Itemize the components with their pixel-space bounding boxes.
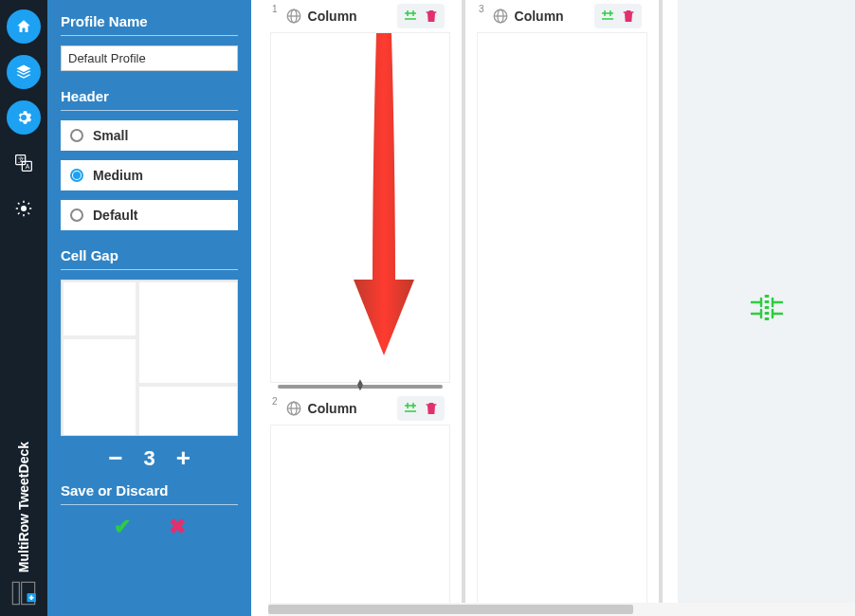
nav-translate[interactable]: 文A	[7, 146, 41, 180]
svg-text:文: 文	[18, 156, 25, 163]
radio-label: Medium	[93, 168, 143, 183]
split-icon	[402, 400, 419, 417]
cell-gap-preview	[61, 280, 238, 436]
svg-point-4	[21, 206, 27, 211]
workspace: 1 Column ▲▼	[251, 0, 855, 616]
header-label: Header	[61, 88, 238, 104]
cell-gap-decrease[interactable]: −	[108, 444, 122, 473]
svg-rect-13	[12, 582, 19, 604]
svg-line-11	[18, 213, 20, 215]
column-number: 1	[272, 4, 278, 14]
column-split-button[interactable]	[401, 399, 420, 418]
radio-icon	[70, 129, 83, 142]
settings-panel: Profile Name Header Small Medium Default	[47, 0, 251, 616]
brand-line1: MultiRow	[16, 514, 31, 572]
radio-label: Small	[93, 128, 128, 143]
svg-line-12	[28, 203, 30, 205]
translate-icon: 文A	[14, 154, 33, 172]
row-resize-handle[interactable]: ▲▼	[278, 385, 443, 389]
cell-gap-label: Cell Gap	[61, 247, 238, 263]
column-header-1: 1 Column	[270, 0, 450, 32]
profile-name-label: Profile Name	[61, 13, 238, 29]
column-delete-button[interactable]	[619, 7, 638, 26]
save-discard-label: Save or Discard	[61, 482, 238, 498]
column-label: Column	[308, 401, 391, 416]
column-divider[interactable]	[659, 0, 663, 616]
header-option-default[interactable]: Default	[61, 200, 238, 230]
column-number: 2	[272, 396, 278, 407]
trash-icon	[424, 401, 439, 416]
profile-name-input[interactable]	[61, 45, 238, 71]
split-icon	[402, 8, 419, 25]
layers-icon	[15, 63, 32, 81]
nav-settings[interactable]	[7, 100, 41, 135]
rail-brand: MultiRow TweetDeck	[0, 442, 47, 607]
horizontal-scrollbar[interactable]	[268, 603, 855, 616]
scrollbar-thumb[interactable]	[268, 605, 633, 614]
nav-theme[interactable]	[7, 191, 41, 226]
svg-line-10	[28, 213, 30, 215]
globe-icon	[285, 400, 302, 417]
split-icon	[599, 8, 616, 25]
column-body-1	[270, 32, 450, 383]
column-body-2	[270, 425, 450, 616]
column-divider[interactable]	[462, 0, 465, 616]
globe-icon	[285, 8, 302, 25]
column-insert-area[interactable]	[678, 0, 855, 616]
column-label: Column	[515, 9, 589, 24]
column-header-2: 2 Column	[270, 392, 450, 425]
header-option-medium[interactable]: Medium	[61, 160, 238, 190]
save-button[interactable]: ✔	[114, 515, 131, 539]
nav-home[interactable]	[7, 9, 41, 44]
column-group-1: 1 Column ▲▼	[270, 0, 450, 616]
header-option-small[interactable]: Small	[61, 120, 238, 151]
discard-button[interactable]: ✖	[169, 515, 186, 539]
column-number: 3	[479, 4, 484, 14]
insert-column-icon	[748, 291, 786, 325]
column-label: Column	[308, 9, 391, 24]
column-group-3: 3 Column	[477, 0, 647, 616]
svg-text:A: A	[26, 163, 30, 170]
globe-icon	[492, 8, 509, 25]
home-icon	[15, 18, 32, 35]
column-split-button[interactable]	[401, 7, 420, 26]
svg-line-9	[18, 203, 20, 205]
column-header-3: 3 Column	[477, 0, 647, 32]
radio-icon	[70, 169, 83, 182]
brand-logo[interactable]	[10, 580, 37, 607]
cell-gap-increase[interactable]: +	[176, 444, 191, 473]
column-split-button[interactable]	[598, 7, 617, 26]
nav-rail: 文A MultiRow TweetDeck	[0, 0, 47, 616]
trash-icon	[424, 9, 439, 24]
column-delete-button[interactable]	[422, 399, 441, 418]
gear-icon	[15, 109, 32, 126]
brightness-icon	[15, 200, 32, 217]
nav-layers[interactable]	[7, 55, 41, 89]
column-body-3	[477, 32, 647, 616]
trash-icon	[621, 9, 636, 24]
brand-line2: TweetDeck	[16, 442, 31, 510]
radio-icon	[70, 208, 83, 222]
column-delete-button[interactable]	[422, 7, 441, 26]
cell-gap-value: 3	[143, 446, 155, 471]
radio-label: Default	[93, 208, 137, 223]
resize-grip-icon: ▲▼	[355, 379, 365, 390]
